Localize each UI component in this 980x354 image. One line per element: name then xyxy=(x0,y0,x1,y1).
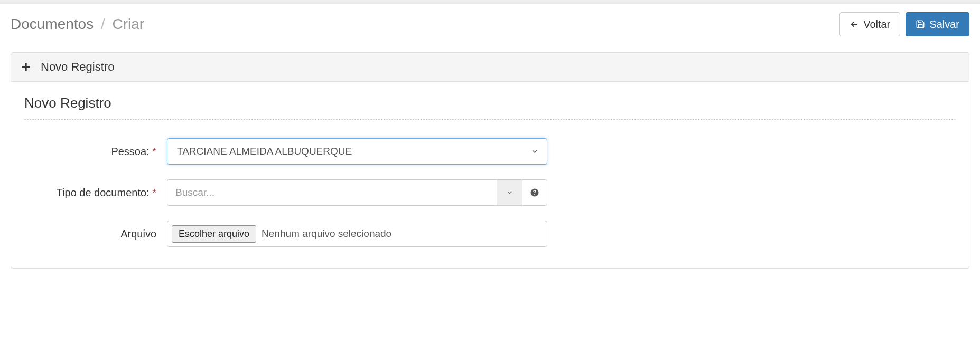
tipo-documento-input[interactable] xyxy=(167,179,497,206)
action-buttons: Voltar Salvar xyxy=(839,12,969,36)
arrow-left-icon xyxy=(850,20,859,29)
arquivo-input-col: Escolher arquivo Nenhum arquivo selecion… xyxy=(167,221,547,247)
help-button[interactable] xyxy=(522,179,547,206)
header-row: Documentos / Criar Voltar Salvar xyxy=(11,12,969,36)
choose-file-button[interactable]: Escolher arquivo xyxy=(172,225,256,243)
back-button-label: Voltar xyxy=(863,17,890,32)
save-button[interactable]: Salvar xyxy=(906,12,969,36)
svg-rect-1 xyxy=(22,66,30,68)
panel-body: Novo Registro Pessoa: * TARCIANE ALMEIDA… xyxy=(11,82,969,268)
plus-icon xyxy=(21,62,31,72)
breadcrumb-root[interactable]: Documentos xyxy=(11,16,94,32)
pessoa-select[interactable]: TARCIANE ALMEIDA ALBUQUERQUE xyxy=(167,138,547,165)
breadcrumb: Documentos / Criar xyxy=(11,16,144,33)
arquivo-label-text: Arquivo xyxy=(120,228,156,240)
back-button[interactable]: Voltar xyxy=(839,12,900,36)
tipo-documento-input-col xyxy=(167,179,547,206)
file-status-text: Nenhum arquivo selecionado xyxy=(262,228,391,240)
tipo-documento-combo xyxy=(167,179,547,206)
form-panel: Novo Registro Novo Registro Pessoa: * TA… xyxy=(11,52,969,269)
save-icon xyxy=(916,20,925,29)
arquivo-label: Arquivo xyxy=(24,228,167,240)
pessoa-label: Pessoa: * xyxy=(24,146,167,158)
panel-heading-text: Novo Registro xyxy=(41,60,114,74)
question-icon xyxy=(530,188,539,197)
page-container: Documentos / Criar Voltar Salvar xyxy=(0,4,980,284)
tipo-documento-label: Tipo de documento: * xyxy=(24,187,167,199)
section-title: Novo Registro xyxy=(24,95,956,120)
combo-dropdown-button[interactable] xyxy=(497,179,522,206)
required-marker: * xyxy=(152,146,156,157)
form-row-tipo-documento: Tipo de documento: * xyxy=(24,179,956,206)
breadcrumb-separator: / xyxy=(101,16,105,32)
required-marker: * xyxy=(152,187,156,198)
form-row-arquivo: Arquivo Escolher arquivo Nenhum arquivo … xyxy=(24,221,956,247)
form-row-pessoa: Pessoa: * TARCIANE ALMEIDA ALBUQUERQUE xyxy=(24,138,956,165)
breadcrumb-current: Criar xyxy=(113,16,145,32)
chevron-down-icon xyxy=(506,189,514,196)
save-button-label: Salvar xyxy=(929,17,959,32)
pessoa-label-text: Pessoa: xyxy=(111,146,149,157)
tipo-documento-label-text: Tipo de documento: xyxy=(57,187,150,198)
pessoa-input-col: TARCIANE ALMEIDA ALBUQUERQUE xyxy=(167,138,547,165)
file-input-wrapper[interactable]: Escolher arquivo Nenhum arquivo selecion… xyxy=(167,221,547,247)
panel-heading[interactable]: Novo Registro xyxy=(11,53,969,82)
pessoa-select-value: TARCIANE ALMEIDA ALBUQUERQUE xyxy=(167,138,547,165)
top-gradient-bar xyxy=(0,0,980,4)
